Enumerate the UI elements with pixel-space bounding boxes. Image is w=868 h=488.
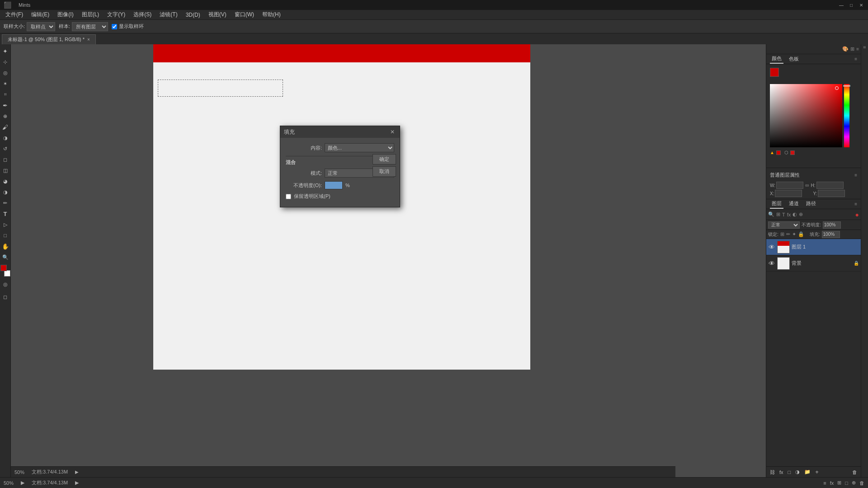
text-tool[interactable]: T bbox=[0, 209, 10, 219]
menu-filter[interactable]: 滤镜(T) bbox=[156, 10, 181, 19]
lock-draw-icon[interactable]: ✏ bbox=[786, 231, 790, 237]
fill-cancel-button[interactable]: 取消 bbox=[373, 166, 396, 177]
minimize-button[interactable]: — bbox=[838, 2, 844, 8]
screen-mode-tool[interactable]: ◻ bbox=[0, 292, 10, 302]
menu-3d[interactable]: 3D(D) bbox=[182, 11, 204, 19]
layer-item-1[interactable]: 👁 图层 1 bbox=[766, 239, 861, 255]
properties-menu[interactable]: ≡ bbox=[854, 173, 857, 178]
status-bar: 50% 文档:3.74/4.13M ▶ bbox=[11, 466, 675, 477]
group-btn[interactable]: 📁 bbox=[802, 468, 812, 476]
history-brush-tool[interactable]: ↺ bbox=[0, 144, 10, 154]
preserve-transparency-checkbox[interactable] bbox=[286, 194, 291, 199]
maximize-button[interactable]: □ bbox=[848, 2, 854, 8]
blur-tool[interactable]: ◕ bbox=[0, 176, 10, 186]
layer-adj-filter[interactable]: ◐ bbox=[793, 211, 797, 217]
layer-1-visibility[interactable]: 👁 bbox=[768, 244, 775, 251]
layer-filter-toggle[interactable]: ● bbox=[855, 211, 859, 218]
lasso-tool[interactable]: ◎ bbox=[0, 68, 10, 78]
marquee-tool[interactable]: ⊹ bbox=[0, 57, 10, 67]
menu-view[interactable]: 视图(V) bbox=[205, 10, 230, 19]
menu-layer[interactable]: 图层(L) bbox=[78, 10, 103, 19]
panel-collapse[interactable]: ≡ bbox=[856, 47, 859, 52]
foreground-color[interactable] bbox=[0, 265, 7, 271]
brush-tool[interactable]: 🖌 bbox=[0, 122, 10, 132]
fill-ok-button[interactable]: 确定 bbox=[373, 154, 396, 164]
color-gradient-picker[interactable] bbox=[770, 84, 842, 147]
menu-text[interactable]: 文字(Y) bbox=[104, 10, 129, 19]
fill-dialog-close-button[interactable]: ✕ bbox=[389, 128, 396, 136]
gradient-tool[interactable]: ◫ bbox=[0, 165, 10, 175]
layers-tab-channels[interactable]: 通道 bbox=[787, 199, 801, 209]
fx-btn[interactable]: fx bbox=[778, 469, 785, 476]
layer-bg-visibility[interactable]: 👁 bbox=[768, 260, 775, 267]
wand-tool[interactable]: ✶ bbox=[0, 79, 10, 89]
pen-tool[interactable]: ✏ bbox=[0, 198, 10, 208]
layer-smart-filter[interactable]: ⊕ bbox=[799, 211, 803, 217]
collapse-icon[interactable]: ≡ bbox=[862, 46, 867, 49]
menu-image[interactable]: 图像(I) bbox=[54, 10, 77, 19]
menu-window[interactable]: 窗口(W) bbox=[231, 10, 258, 19]
hue-slider[interactable] bbox=[844, 84, 849, 147]
menu-select[interactable]: 选择(S) bbox=[130, 10, 155, 19]
lock-pixel-icon[interactable]: ⊞ bbox=[780, 231, 784, 237]
link-layers-btn[interactable]: ⛓ bbox=[768, 469, 777, 476]
width-input[interactable]: 572.7 米 bbox=[776, 182, 803, 189]
stamp-tool[interactable]: ◑ bbox=[0, 133, 10, 143]
crop-tool[interactable]: ⌗ bbox=[0, 89, 10, 99]
lock-move-icon[interactable]: ✦ bbox=[792, 231, 796, 237]
fill-opacity-input[interactable]: 100 bbox=[325, 181, 343, 189]
menu-help[interactable]: 帮助(H) bbox=[259, 10, 284, 19]
adjustment-btn[interactable]: ◑ bbox=[793, 468, 802, 476]
opacity-input[interactable] bbox=[823, 221, 841, 229]
layer-item-bg[interactable]: 👁 背景 🔒 bbox=[766, 255, 861, 272]
menu-bar: 文件(F) 编辑(E) 图像(I) 图层(L) 文字(Y) 选择(S) 滤镜(T… bbox=[0, 10, 868, 20]
zoom-tool[interactable]: 🔍 bbox=[0, 252, 10, 262]
move-tool[interactable]: ✦ bbox=[0, 46, 10, 56]
layers-panel-menu[interactable]: ≡ bbox=[854, 202, 857, 206]
preserve-transparency-row: 保留透明区域(P) bbox=[286, 193, 394, 200]
eraser-tool[interactable]: ◻ bbox=[0, 155, 10, 164]
layer-type-filter[interactable]: ⊞ bbox=[776, 211, 780, 217]
document-tab[interactable]: 未标题-1 @ 50% (图层 1, RGB/8) * × bbox=[2, 34, 96, 44]
mask-btn[interactable]: □ bbox=[786, 469, 793, 476]
heal-tool[interactable]: ⊕ bbox=[0, 111, 10, 121]
close-button[interactable]: ✕ bbox=[858, 2, 864, 8]
shape-tool[interactable]: □ bbox=[0, 230, 10, 240]
panel-menu-icon[interactable]: ≡ bbox=[854, 56, 857, 61]
hand-tool[interactable]: ✋ bbox=[0, 241, 10, 251]
layer-fx-filter[interactable]: fx bbox=[787, 212, 791, 217]
dodge-tool[interactable]: ◑ bbox=[0, 187, 10, 197]
fill-input[interactable] bbox=[822, 231, 840, 238]
layer-bg-thumbnail bbox=[777, 257, 790, 270]
eyedropper-tool[interactable]: ✒ bbox=[0, 100, 10, 110]
x-input[interactable]: 0 米 米 bbox=[775, 190, 802, 197]
fill-content-select[interactable]: 颜色... bbox=[325, 143, 394, 152]
sample-select[interactable]: 取样点 bbox=[27, 22, 55, 31]
color-panel-header: 颜色 色板 ≡ bbox=[766, 54, 861, 64]
color-selector[interactable] bbox=[0, 265, 10, 277]
menu-file[interactable]: 文件(F) bbox=[2, 10, 27, 19]
show-sample-checkbox[interactable] bbox=[112, 24, 117, 29]
swatch-tab[interactable]: 色板 bbox=[787, 55, 801, 63]
lock-all-icon[interactable]: 🔒 bbox=[798, 231, 804, 237]
tab-bar: 未标题-1 @ 50% (图层 1, RGB/8) * × bbox=[0, 33, 868, 44]
y-label: Y: bbox=[813, 191, 817, 196]
fg-color-swatch[interactable] bbox=[770, 68, 779, 77]
path-tool[interactable]: ▷ bbox=[0, 220, 10, 230]
blend-mode-select[interactable]: 正常 bbox=[768, 221, 800, 229]
fill-dialog-title-bar[interactable]: 填充 ✕ bbox=[280, 126, 400, 138]
properties-wh-row: W: 572.7 米 ∞ H: 40.58 米 bbox=[770, 182, 857, 189]
quick-mask-tool[interactable]: ◎ bbox=[0, 279, 10, 289]
new-layer-btn[interactable]: + bbox=[813, 468, 821, 476]
layers-tab-layers[interactable]: 图层 bbox=[770, 199, 783, 209]
model-select[interactable]: 所有图层 bbox=[72, 22, 108, 31]
y-input[interactable]: 56.66 米 bbox=[818, 190, 845, 197]
menu-edit[interactable]: 编辑(E) bbox=[28, 10, 53, 19]
color-tab[interactable]: 颜色 bbox=[770, 54, 783, 64]
tab-close-button[interactable]: × bbox=[87, 37, 90, 42]
layers-options: 正常 不透明度: bbox=[766, 220, 861, 230]
delete-layer-btn[interactable]: 🗑 bbox=[850, 469, 859, 476]
layers-tab-paths[interactable]: 路径 bbox=[804, 199, 818, 209]
layer-T-filter[interactable]: T bbox=[782, 212, 785, 217]
height-input[interactable]: 40.58 米 bbox=[816, 182, 844, 189]
